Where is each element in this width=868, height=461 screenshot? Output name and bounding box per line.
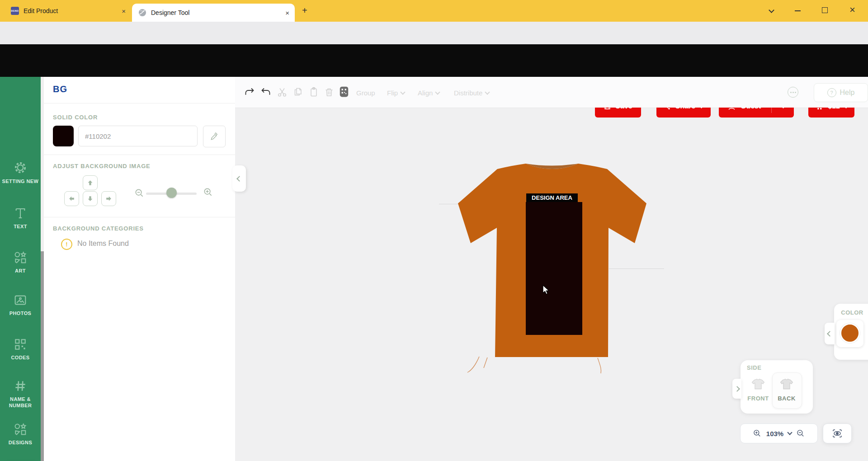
- align-chevron-icon: [435, 89, 440, 94]
- design-area-label: DESIGN AREA: [526, 193, 578, 202]
- help-label: Help: [840, 89, 855, 97]
- arrow-up-icon: [86, 179, 94, 187]
- zoom-out-bg-icon[interactable]: [134, 188, 145, 198]
- sidebar-label: ART: [0, 268, 41, 274]
- tab-edit-product[interactable]: DGNO Edit Product ×: [5, 0, 131, 22]
- flip-button[interactable]: Flip: [387, 89, 405, 97]
- front-shirt-thumb-icon[interactable]: [750, 376, 766, 392]
- sidebar-label: DESIGNS: [0, 439, 41, 446]
- eyedropper-icon: [210, 132, 219, 141]
- zoom-controls: 103%: [740, 423, 818, 443]
- bg-zoom-slider-handle[interactable]: [166, 188, 177, 198]
- design-area[interactable]: [526, 202, 582, 335]
- flip-label: Flip: [387, 89, 398, 97]
- mouse-cursor: [542, 285, 551, 295]
- arrow-left-icon: [68, 195, 75, 202]
- tab-label: Designer Tool: [151, 9, 280, 16]
- eyedropper-button[interactable]: [203, 126, 226, 147]
- panel-scrollbar-thumb[interactable]: [41, 251, 44, 461]
- side-back-label[interactable]: BACK: [773, 395, 800, 402]
- color-panel-collapse-tab[interactable]: [825, 323, 835, 344]
- shapes-icon: [0, 422, 41, 437]
- canvas-zoom-out-icon[interactable]: [796, 429, 805, 438]
- cut-icon[interactable]: [277, 87, 288, 98]
- sidebar-item-name-number[interactable]: NAME & NUMBER: [0, 379, 41, 409]
- align-label: Align: [418, 89, 433, 97]
- preview-button[interactable]: [823, 423, 852, 443]
- shirt-color-swatch[interactable]: [840, 323, 860, 343]
- text-icon: [0, 206, 41, 221]
- sidebar-item-art[interactable]: ART: [0, 250, 41, 274]
- move-left-button[interactable]: [64, 191, 79, 206]
- panel-collapse-tab[interactable]: [232, 165, 246, 192]
- app-header: ← Design ' N ' Buy Save Share: [0, 44, 868, 77]
- page: DGNO Edit Product × Designer Tool × + × …: [0, 0, 868, 461]
- shapes-icon: [0, 250, 41, 265]
- back-shirt-thumb-icon[interactable]: [779, 376, 794, 392]
- undo-icon[interactable]: [260, 87, 271, 98]
- chevron-left-icon: [236, 176, 242, 182]
- divider: [44, 103, 235, 103]
- panel-title: BG: [53, 84, 67, 94]
- sidebar-item-text[interactable]: TEXT: [0, 206, 41, 230]
- copy-icon[interactable]: [292, 87, 303, 98]
- tab-designer-tool[interactable]: Designer Tool ×: [132, 4, 295, 22]
- tab-close-icon[interactable]: ×: [116, 7, 131, 15]
- delete-icon[interactable]: [324, 87, 335, 98]
- tab-label: Edit Product: [24, 7, 116, 14]
- arrow-down-icon: [86, 195, 94, 202]
- window-close-button[interactable]: ×: [849, 5, 855, 14]
- sidebar-label: TEXT: [0, 223, 41, 230]
- browser-toolbar: ← → stagingmagento.designo.software/en/w…: [0, 22, 868, 44]
- solid-color-label: SOLID COLOR: [53, 114, 98, 121]
- sidebar-item-photos[interactable]: PHOTOS: [0, 293, 41, 316]
- zoom-level[interactable]: 103%: [766, 430, 783, 437]
- qr-tool-icon[interactable]: [338, 86, 349, 97]
- new-tab-button[interactable]: +: [302, 6, 307, 15]
- move-up-button[interactable]: [83, 175, 98, 190]
- sidebar-label: PHOTOS: [0, 310, 41, 316]
- move-down-button[interactable]: [83, 191, 98, 206]
- side-front-label[interactable]: FRONT: [744, 395, 772, 402]
- sidebar-item-designs[interactable]: DESIGNS: [0, 422, 41, 446]
- tab-search-chevron-icon[interactable]: [769, 7, 774, 13]
- gear-icon: [0, 160, 41, 175]
- canvas-zoom-in-icon[interactable]: [753, 429, 762, 438]
- zoom-in-bg-icon[interactable]: [203, 187, 213, 198]
- flip-chevron-icon: [401, 89, 406, 94]
- divider: [44, 155, 235, 155]
- help-button[interactable]: ? Help: [814, 83, 868, 102]
- hex-color-input[interactable]: [78, 126, 198, 146]
- move-right-button[interactable]: [101, 191, 116, 206]
- sidebar-item-setting-new[interactable]: SETTING NEW: [0, 160, 41, 184]
- side-panel-label: SIDE: [747, 364, 761, 371]
- hem-seam-marks: [467, 357, 601, 373]
- tab-close-icon[interactable]: ×: [280, 9, 295, 17]
- hash-icon: [0, 379, 41, 393]
- no-items-text: No Items Found: [77, 240, 129, 248]
- group-label: Group: [356, 89, 375, 97]
- distribute-button[interactable]: Distribute: [454, 89, 489, 97]
- paste-icon[interactable]: [308, 87, 319, 98]
- redo-icon[interactable]: [244, 87, 255, 98]
- bg-color-swatch[interactable]: [53, 126, 74, 146]
- align-button[interactable]: Align: [418, 89, 439, 97]
- window-maximize-button[interactable]: [822, 7, 828, 13]
- window-minimize-button[interactable]: [795, 10, 801, 11]
- more-options-icon[interactable]: [788, 87, 798, 98]
- sidebar-label: NAME & NUMBER: [0, 396, 41, 409]
- adjust-bg-label: ADJUST BACKGROUND IMAGE: [53, 163, 151, 169]
- divider: [44, 217, 235, 217]
- dgno-favicon-icon: DGNO: [11, 7, 19, 15]
- bg-panel: BG SOLID COLOR ADJUST BACKGROUND IMAGE: [44, 77, 235, 461]
- arrow-right-icon: [105, 195, 113, 202]
- preview-eye-icon: [832, 428, 843, 439]
- chevron-right-icon: [734, 386, 740, 392]
- sidebar: SETTING NEW TEXT ART PHOTOS: [0, 77, 41, 461]
- zoom-level-chevron-icon[interactable]: [788, 430, 793, 435]
- sidebar-item-codes[interactable]: CODES: [0, 337, 41, 361]
- globe-favicon-icon: [138, 9, 146, 17]
- sidebar-label: SETTING NEW: [0, 178, 41, 184]
- side-panel-expand-tab[interactable]: [732, 379, 741, 399]
- group-button[interactable]: Group: [356, 89, 375, 97]
